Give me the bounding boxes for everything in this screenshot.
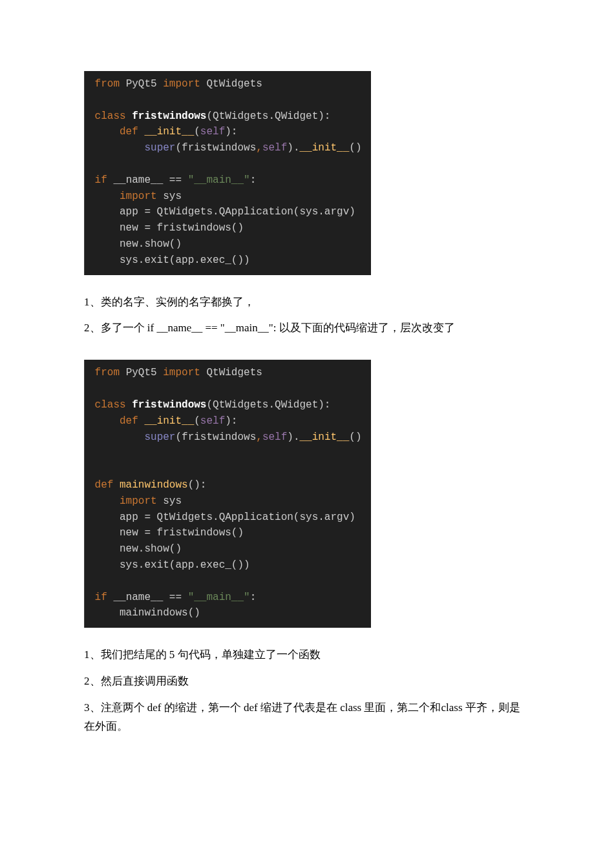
code-block-2: from PyQt5 import QtWidgets class fristw…	[84, 360, 371, 628]
paragraph-5: 3、注意两个 def 的缩进，第一个 def 缩进了代表是在 class 里面，…	[84, 699, 530, 736]
paragraph-1: 1、类的名字、实例的名字都换了，	[84, 293, 530, 312]
code-block-1: from PyQt5 import QtWidgets class fristw…	[84, 71, 371, 275]
paragraph-4: 2、然后直接调用函数	[84, 672, 530, 691]
paragraph-3: 1、我们把结尾的 5 句代码，单独建立了一个函数	[84, 646, 530, 665]
paragraph-2: 2、多了一个 if __name__ == "__main__": 以及下面的代…	[84, 319, 530, 338]
